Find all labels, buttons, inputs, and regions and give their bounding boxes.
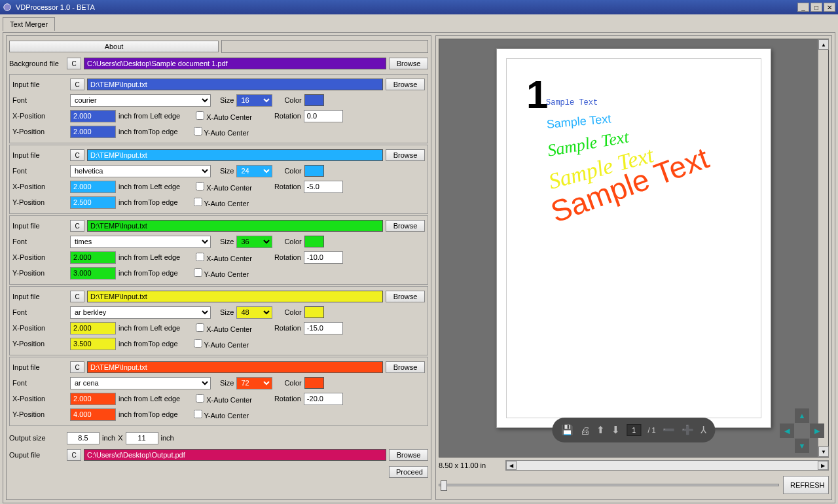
font-select-0[interactable]: courier (70, 94, 211, 107)
tab-text-merger[interactable]: Text Merger (3, 17, 55, 31)
maximize-button[interactable]: □ (811, 3, 822, 12)
svg-point-0 (4, 4, 11, 11)
adobe-icon[interactable]: ⅄ (701, 424, 706, 436)
output-path-field[interactable]: C:\Users\d\Desktop\Output.pdf (84, 449, 386, 461)
minimize-button[interactable]: _ (797, 3, 809, 12)
input-clear-button-3[interactable]: C (70, 291, 84, 302)
xpos-field-2[interactable] (70, 251, 116, 264)
input-browse-button-3[interactable]: Browse (386, 291, 425, 302)
background-clear-button[interactable]: C (67, 58, 81, 69)
size-select-4[interactable]: 72 (236, 377, 272, 389)
rotation-field-4[interactable] (304, 393, 343, 405)
input-clear-button-0[interactable]: C (70, 79, 84, 90)
yauto-label: Y-Auto Center (204, 412, 249, 420)
about-button[interactable]: About (9, 41, 219, 52)
nav-left-button[interactable]: ◀ (780, 423, 794, 438)
inch-left-label: inch from Left edge (118, 395, 180, 403)
input-clear-button-2[interactable]: C (70, 220, 84, 232)
color-label: Color (284, 96, 301, 104)
background-browse-button[interactable]: Browse (389, 58, 428, 69)
input-path-field-1[interactable]: D:\TEMP\Input.txt (87, 149, 383, 161)
yauto-checkbox-1[interactable] (194, 198, 202, 206)
xauto-checkbox-2[interactable] (196, 253, 204, 261)
font-label: Font (12, 167, 67, 175)
rotation-field-3[interactable] (304, 322, 343, 334)
ypos-label: Y-Position (12, 128, 67, 135)
input-file-label: Input file (12, 151, 67, 159)
input-browse-button-4[interactable]: Browse (386, 361, 425, 373)
ypos-field-2[interactable] (70, 267, 116, 279)
xpos-label: X-Position (12, 183, 67, 190)
yauto-checkbox-3[interactable] (194, 339, 202, 348)
size-select-3[interactable]: 48 (236, 306, 272, 319)
rotation-field-2[interactable] (304, 251, 343, 264)
input-browse-button-2[interactable]: Browse (386, 220, 425, 232)
yauto-checkbox-0[interactable] (194, 127, 202, 135)
ypos-field-0[interactable] (70, 126, 116, 138)
yauto-checkbox-4[interactable] (194, 410, 202, 418)
ypos-field-1[interactable] (70, 196, 116, 209)
proceed-button[interactable]: Proceed (389, 466, 428, 478)
nav-up-button[interactable]: ▲ (795, 408, 809, 423)
xpos-field-0[interactable] (70, 110, 116, 122)
color-swatch-4[interactable] (304, 377, 324, 389)
preview-page: 1 Sample TextSample TextSample TextSampl… (496, 48, 771, 428)
page-down-icon[interactable]: ⬇ (611, 424, 620, 436)
rotation-field-0[interactable] (304, 110, 343, 122)
input-clear-button-4[interactable]: C (70, 361, 84, 373)
nav-right-button[interactable]: ▶ (810, 423, 824, 438)
input-path-field-4[interactable]: D:\TEMP\Input.txt (87, 361, 383, 373)
xpos-label: X-Position (12, 324, 67, 332)
zoom-in-icon[interactable]: ➕ (682, 424, 694, 436)
preview-scrollbar-vertical[interactable] (818, 39, 828, 457)
size-select-1[interactable]: 24 (236, 165, 272, 177)
zoom-out-icon[interactable]: ➖ (663, 424, 675, 436)
input-path-field-3[interactable]: D:\TEMP\Input.txt (87, 291, 383, 302)
input-browse-button-0[interactable]: Browse (386, 79, 425, 90)
input-path-field-0[interactable]: D:\TEMP\Input.txt (87, 79, 383, 90)
color-swatch-2[interactable] (304, 236, 324, 247)
preview-area: 1 Sample TextSample TextSample TextSampl… (439, 39, 829, 458)
save-icon[interactable]: 💾 (561, 424, 574, 436)
size-select-2[interactable]: 36 (236, 236, 272, 248)
close-button[interactable]: ✕ (824, 3, 835, 12)
zoom-slider[interactable] (439, 484, 779, 486)
refresh-button[interactable]: REFRESH (783, 476, 829, 494)
tab-strip: Text Merger (3, 17, 835, 31)
pdf-page-input[interactable] (627, 424, 641, 436)
font-select-1[interactable]: helvetica (70, 165, 211, 177)
preview-scrollbar-horizontal[interactable]: ◀▶ (505, 460, 829, 471)
page-up-icon[interactable]: ⬆ (596, 424, 605, 436)
output-width-field[interactable] (67, 432, 100, 444)
xauto-checkbox-1[interactable] (196, 182, 204, 190)
input-clear-button-1[interactable]: C (70, 149, 84, 161)
input-path-field-2[interactable]: D:\TEMP\Input.txt (87, 220, 383, 232)
xauto-checkbox-3[interactable] (196, 323, 204, 332)
inch-top-label: inch fromTop edge (118, 340, 178, 348)
ypos-field-4[interactable] (70, 408, 116, 421)
print-icon[interactable]: 🖨 (580, 425, 590, 436)
color-swatch-3[interactable] (304, 306, 324, 318)
output-height-field[interactable] (126, 432, 158, 444)
ypos-field-3[interactable] (70, 338, 116, 350)
xauto-checkbox-0[interactable] (196, 111, 204, 120)
color-swatch-1[interactable] (304, 165, 324, 177)
yauto-label: Y-Auto Center (204, 270, 249, 278)
output-browse-button[interactable]: Browse (389, 449, 428, 461)
xpos-field-1[interactable] (70, 181, 116, 193)
size-select-0[interactable]: 16 (236, 94, 272, 107)
xpos-field-4[interactable] (70, 393, 116, 405)
output-height-unit: inch (161, 434, 174, 442)
font-select-2[interactable]: times (70, 236, 211, 248)
font-select-4[interactable]: ar cena (70, 377, 211, 389)
yauto-checkbox-2[interactable] (194, 268, 202, 277)
background-path-field[interactable]: C:\Users\d\Desktop\Sample document 1.pdf (84, 58, 386, 69)
font-select-3[interactable]: ar berkley (70, 306, 211, 319)
rotation-field-1[interactable] (304, 181, 343, 193)
xauto-checkbox-4[interactable] (196, 394, 204, 403)
xpos-field-3[interactable] (70, 322, 116, 334)
nav-down-button[interactable]: ▼ (795, 439, 809, 453)
color-swatch-0[interactable] (304, 94, 324, 106)
input-browse-button-1[interactable]: Browse (386, 149, 425, 161)
output-clear-button[interactable]: C (67, 449, 81, 461)
